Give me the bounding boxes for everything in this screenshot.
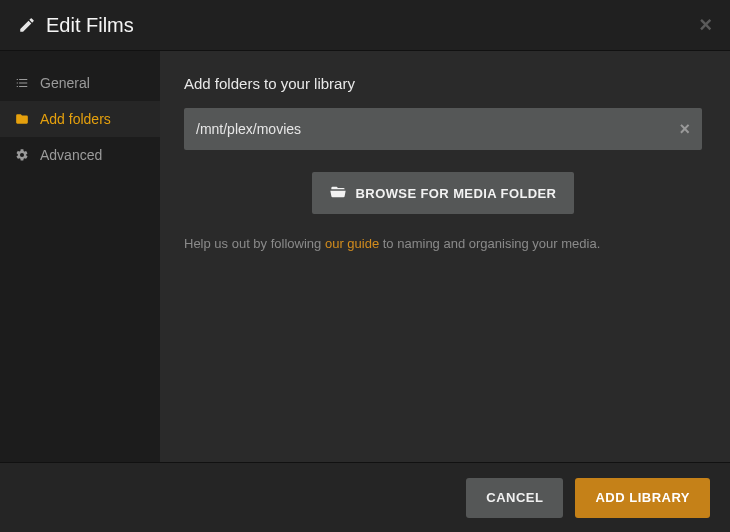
browse-button-label: BROWSE FOR MEDIA FOLDER	[356, 186, 557, 201]
content-heading: Add folders to your library	[184, 75, 702, 92]
sidebar-item-label: Advanced	[40, 147, 102, 163]
help-text: Help us out by following our guide to na…	[184, 236, 702, 251]
help-prefix: Help us out by following	[184, 236, 325, 251]
content-panel: Add folders to your library /mnt/plex/mo…	[160, 51, 730, 462]
sidebar-item-label: General	[40, 75, 90, 91]
cancel-button[interactable]: CANCEL	[466, 478, 563, 518]
add-library-button[interactable]: ADD LIBRARY	[575, 478, 710, 518]
sidebar-item-general[interactable]: General	[0, 65, 160, 101]
browse-media-folder-button[interactable]: BROWSE FOR MEDIA FOLDER	[312, 172, 575, 214]
edit-library-modal: Edit Films × General Add folders Adva	[0, 0, 730, 532]
folder-path-text: /mnt/plex/movies	[196, 121, 679, 137]
folder-icon	[14, 112, 30, 126]
close-button[interactable]: ×	[699, 12, 712, 38]
sidebar: General Add folders Advanced	[0, 51, 160, 462]
edit-icon	[18, 16, 36, 34]
browse-row: BROWSE FOR MEDIA FOLDER	[184, 172, 702, 214]
folder-open-icon	[330, 184, 346, 203]
help-suffix: to naming and organising your media.	[379, 236, 600, 251]
list-icon	[14, 76, 30, 90]
gear-icon	[14, 148, 30, 162]
folder-path-row: /mnt/plex/movies ×	[184, 108, 702, 150]
remove-folder-button[interactable]: ×	[679, 119, 690, 140]
help-guide-link[interactable]: our guide	[325, 236, 379, 251]
modal-title: Edit Films	[46, 14, 699, 37]
modal-header: Edit Films ×	[0, 0, 730, 51]
sidebar-item-add-folders[interactable]: Add folders	[0, 101, 160, 137]
sidebar-item-advanced[interactable]: Advanced	[0, 137, 160, 173]
modal-body: General Add folders Advanced Add folders…	[0, 51, 730, 462]
sidebar-item-label: Add folders	[40, 111, 111, 127]
modal-footer: CANCEL ADD LIBRARY	[0, 462, 730, 532]
